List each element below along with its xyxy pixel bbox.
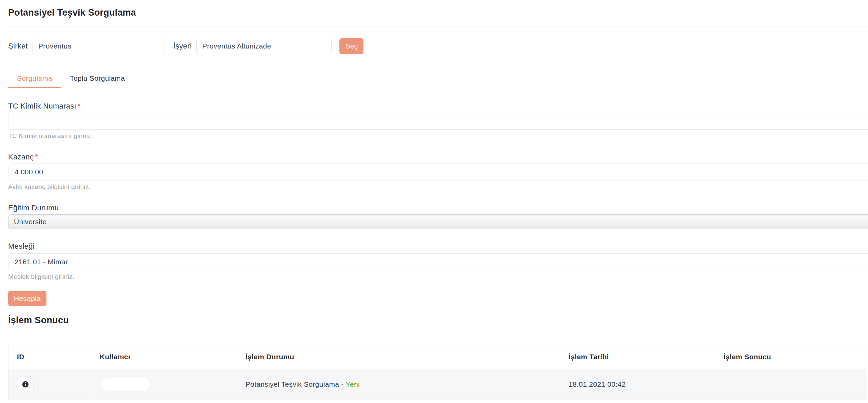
egitim-durumu-field-group: Eğitim Durumu Üniversite <box>8 204 868 229</box>
column-header-kullanici: Kullanıcı <box>91 345 237 369</box>
page-container: Potansiyel Teşvik Sorgulama Şirket İşyer… <box>0 0 868 400</box>
kazanc-label-text: Kazanç <box>8 153 34 161</box>
egitim-durumu-label: Eğitim Durumu <box>8 204 868 212</box>
meslek-helper: Meslek bilgisini giriniz. <box>8 273 868 281</box>
hesapla-button[interactable]: Hesapla <box>8 291 46 306</box>
table-row: Potansiyel Teşvik Sorgulama -Yeni 18.01.… <box>8 369 867 400</box>
tab-sorgulama[interactable]: Sorgulama <box>8 70 61 88</box>
meslek-input[interactable] <box>8 253 868 270</box>
title-divider <box>8 26 868 26</box>
tc-kimlik-label-text: TC Kimlik Numarası <box>8 102 76 110</box>
meslek-label: Mesleği <box>8 242 868 251</box>
info-icon <box>22 381 29 388</box>
islem-sonucu-heading: İşlem Sonucu <box>8 315 868 326</box>
company-bar: Şirket İşyeri Seç <box>8 38 868 54</box>
tc-kimlik-field-group: TC Kimlik Numarası* TC Kimlik numarasını… <box>8 102 868 140</box>
islem-durumu-cell: Potansiyel Teşvik Sorgulama -Yeni <box>237 369 560 400</box>
meslek-field-group: Mesleği Meslek bilgisini giriniz. <box>8 242 868 281</box>
islem-tarihi-cell: 18.01.2021 00:42 <box>560 369 715 400</box>
sirket-label: Şirket <box>8 42 28 51</box>
islem-durumu-text: Potansiyel Teşvik Sorgulama - <box>245 380 344 388</box>
kazanc-field-group: Kazanç* Aylık kazanç bilgisini giriniz. <box>8 153 868 191</box>
id-cell <box>8 369 91 400</box>
islem-sonucu-cell <box>715 369 867 400</box>
results-table: ID Kullanıcı İşlem Durumu İşlem Tarihi İ… <box>8 345 867 400</box>
status-badge: Yeni <box>346 380 360 388</box>
column-header-islem-durumu: İşlem Durumu <box>237 345 560 369</box>
tc-kimlik-label: TC Kimlik Numarası* <box>8 102 868 111</box>
required-asterisk: * <box>78 102 81 110</box>
sirket-input[interactable] <box>33 38 164 54</box>
egitim-durumu-selected-value: Üniversite <box>14 218 46 226</box>
required-asterisk: * <box>35 153 38 161</box>
column-header-islem-sonucu: İşlem Sonucu <box>715 345 867 369</box>
tc-kimlik-helper: TC Kimlik numarasını giriniz. <box>8 132 868 140</box>
table-header-row: ID Kullanıcı İşlem Durumu İşlem Tarihi İ… <box>8 345 867 369</box>
column-header-id: ID <box>8 345 91 369</box>
kazanc-helper: Aylık kazanç bilgisini giriniz. <box>8 183 868 191</box>
isyeri-label: İşyeri <box>173 42 192 51</box>
sec-button[interactable]: Seç <box>339 38 363 54</box>
kazanc-label: Kazanç* <box>8 153 868 161</box>
kullanici-cell <box>91 369 237 400</box>
isyeri-input[interactable] <box>196 38 332 54</box>
tab-toplu-sorgulama[interactable]: Toplu Sorgulama <box>61 70 134 88</box>
tc-kimlik-input[interactable] <box>8 113 868 130</box>
row-info-button[interactable] <box>17 377 34 392</box>
tab-bar: Sorgulama Toplu Sorgulama <box>8 70 868 88</box>
egitim-durumu-select[interactable]: Üniversite <box>8 214 868 229</box>
kazanc-input[interactable] <box>8 164 868 180</box>
user-name-redacted <box>102 378 150 390</box>
column-header-islem-tarihi: İşlem Tarihi <box>560 345 715 369</box>
page-title: Potansiyel Teşvik Sorgulama <box>8 7 868 18</box>
